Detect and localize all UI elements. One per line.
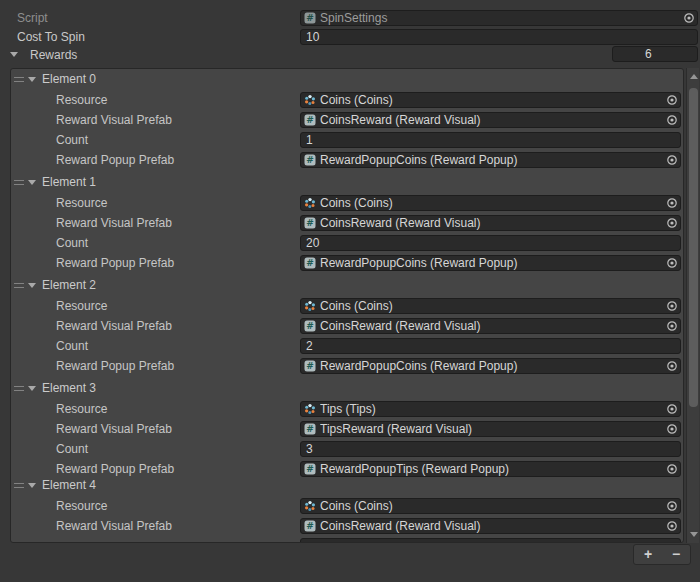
count-label: Count [56, 441, 88, 457]
element-foldout-icon[interactable] [28, 77, 36, 82]
script-icon [304, 257, 316, 269]
vertical-scrollbar[interactable] [686, 68, 699, 543]
reward-popup-prefab-field[interactable]: RewardPopupTips (Reward Popup) [300, 461, 681, 477]
script-icon [304, 423, 316, 435]
reward-visual-prefab-label: Reward Visual Prefab [56, 318, 172, 334]
object-picker-icon[interactable] [666, 154, 678, 166]
add-element-button[interactable]: + [639, 546, 657, 563]
scrollbar-thumb[interactable] [689, 88, 698, 407]
count-label: Count [56, 235, 88, 251]
reward-visual-prefab-value: CoinsReward (Reward Visual) [320, 216, 680, 230]
scriptable-object-icon [304, 403, 316, 415]
count-input[interactable]: 20 [300, 235, 681, 251]
resource-field[interactable]: Coins (Coins) [300, 92, 681, 108]
reward-visual-prefab-label: Reward Visual Prefab [56, 215, 172, 231]
object-picker-icon[interactable] [666, 197, 678, 209]
reward-popup-prefab-value: RewardPopupCoins (Reward Popup) [320, 256, 680, 270]
count-label: Count [56, 338, 88, 354]
cost-to-spin-input[interactable]: 10 [300, 29, 698, 45]
object-picker-icon[interactable] [666, 500, 678, 512]
reward-popup-prefab-field[interactable]: RewardPopupCoins (Reward Popup) [300, 358, 681, 374]
reward-visual-prefab-value: CoinsReward (Reward Visual) [320, 113, 680, 127]
element-foldout-icon[interactable] [28, 483, 36, 488]
reward-visual-prefab-label: Reward Visual Prefab [56, 518, 172, 534]
object-picker-icon[interactable] [666, 300, 678, 312]
resource-label: Resource [56, 401, 107, 417]
object-picker-icon[interactable] [666, 114, 678, 126]
script-icon [304, 463, 316, 475]
reward-popup-prefab-value: RewardPopupCoins (Reward Popup) [320, 153, 680, 167]
drag-handle-icon[interactable] [14, 483, 24, 488]
reward-visual-prefab-field[interactable]: CoinsReward (Reward Visual) [300, 112, 681, 128]
reward-visual-prefab-field[interactable]: CoinsReward (Reward Visual) [300, 215, 681, 231]
script-icon [304, 217, 316, 229]
element-header[interactable]: Element 2 [42, 277, 96, 293]
reward-popup-prefab-value: RewardPopupTips (Reward Popup) [320, 462, 680, 476]
rewards-list-footer: + − [633, 544, 691, 565]
reward-popup-prefab-field[interactable]: RewardPopupCoins (Reward Popup) [300, 255, 681, 271]
count-input[interactable]: 2 [300, 338, 681, 354]
reward-visual-prefab-field[interactable]: CoinsReward (Reward Visual) [300, 518, 681, 534]
reward-visual-prefab-value: CoinsReward (Reward Visual) [320, 519, 680, 533]
script-icon [304, 154, 316, 166]
resource-field[interactable]: Coins (Coins) [300, 498, 681, 514]
reward-popup-prefab-value: RewardPopupCoins (Reward Popup) [320, 359, 680, 373]
element-foldout-icon[interactable] [28, 180, 36, 185]
drag-handle-icon[interactable] [14, 180, 24, 185]
resource-field[interactable]: Coins (Coins) [300, 195, 681, 211]
object-picker-icon[interactable] [666, 320, 678, 332]
element-foldout-icon[interactable] [28, 386, 36, 391]
scriptable-object-icon [304, 197, 316, 209]
element-header[interactable]: Element 0 [42, 71, 96, 87]
object-picker-icon[interactable] [666, 403, 678, 415]
object-picker-icon[interactable] [683, 12, 695, 24]
count-label: Count [56, 132, 88, 148]
object-picker-icon[interactable] [666, 94, 678, 106]
script-icon [304, 520, 316, 532]
count-input[interactable]: 1 [300, 132, 681, 148]
resource-field[interactable]: Tips (Tips) [300, 401, 681, 417]
reward-visual-prefab-field[interactable]: TipsReward (Reward Visual) [300, 421, 681, 437]
scroll-up-icon[interactable] [690, 74, 698, 79]
resource-label: Resource [56, 298, 107, 314]
list-item: Element 0 Resource Coins (Coins) Reward … [11, 71, 683, 168]
object-picker-icon[interactable] [666, 257, 678, 269]
count-input[interactable]: 3 [300, 441, 681, 457]
element-header[interactable]: Element 4 [42, 477, 96, 493]
object-picker-icon[interactable] [666, 423, 678, 435]
element-header[interactable]: Element 3 [42, 380, 96, 396]
script-icon [304, 12, 316, 24]
scroll-down-icon[interactable] [690, 532, 698, 537]
object-picker-icon[interactable] [666, 360, 678, 372]
script-icon [304, 360, 316, 372]
drag-handle-icon[interactable] [14, 283, 24, 288]
resource-value: Coins (Coins) [320, 93, 680, 107]
resource-field[interactable]: Coins (Coins) [300, 298, 681, 314]
reward-popup-prefab-label: Reward Popup Prefab [56, 255, 174, 271]
reward-visual-prefab-field[interactable]: CoinsReward (Reward Visual) [300, 318, 681, 334]
rewards-foldout-icon[interactable] [10, 52, 18, 57]
rewards-size-input[interactable]: 6 [612, 46, 698, 62]
script-object-value: SpinSettings [320, 11, 697, 25]
script-object-field[interactable]: SpinSettings [300, 10, 698, 26]
drag-handle-icon[interactable] [14, 77, 24, 82]
scriptable-object-icon [304, 94, 316, 106]
object-picker-icon[interactable] [666, 463, 678, 475]
script-icon [304, 320, 316, 332]
remove-element-button[interactable]: − [667, 546, 685, 563]
reward-popup-prefab-label: Reward Popup Prefab [56, 461, 174, 477]
resource-value: Tips (Tips) [320, 402, 680, 416]
count-input[interactable] [300, 538, 681, 543]
object-picker-icon[interactable] [666, 217, 678, 229]
reward-popup-prefab-field[interactable]: RewardPopupCoins (Reward Popup) [300, 152, 681, 168]
script-row-label: Script [17, 10, 48, 26]
element-header[interactable]: Element 1 [42, 174, 96, 190]
list-item: Element 1 Resource Coins (Coins) Reward … [11, 174, 683, 271]
cost-to-spin-label: Cost To Spin [17, 29, 85, 45]
scriptable-object-icon [304, 300, 316, 312]
object-picker-icon[interactable] [666, 520, 678, 532]
reward-popup-prefab-label: Reward Popup Prefab [56, 152, 174, 168]
resource-label: Resource [56, 92, 107, 108]
element-foldout-icon[interactable] [28, 283, 36, 288]
drag-handle-icon[interactable] [14, 386, 24, 391]
